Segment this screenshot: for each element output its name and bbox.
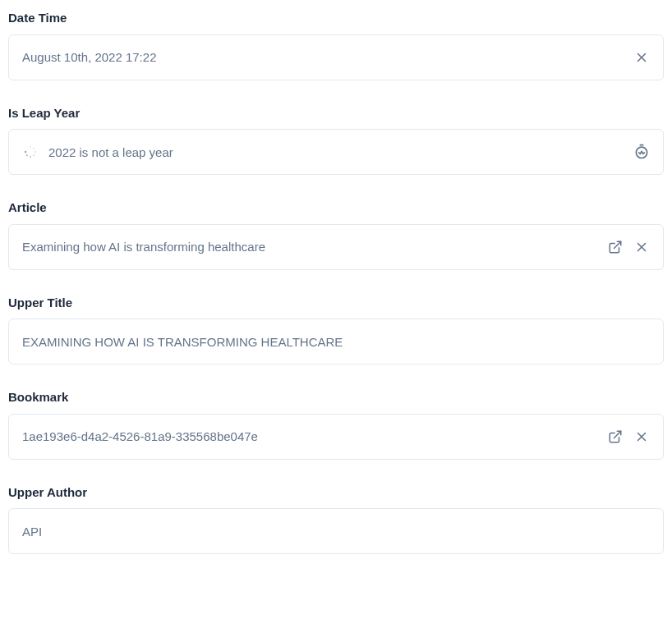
upper-author-box[interactable]: API xyxy=(8,508,664,554)
svg-point-8 xyxy=(25,151,26,153)
close-icon[interactable] xyxy=(633,429,650,445)
svg-point-4 xyxy=(35,151,36,153)
upper-title-box[interactable]: EXAMINING HOW AI IS TRANSFORMING HEALTHC… xyxy=(8,319,664,364)
is-leap-year-box[interactable]: 2022 is not a leap year xyxy=(8,129,664,175)
svg-point-5 xyxy=(33,154,35,156)
upper-author-label: Upper Author xyxy=(8,484,664,501)
svg-line-14 xyxy=(614,431,621,438)
article-value: Examining how AI is transforming healthc… xyxy=(22,238,597,255)
field-article: Article Examining how AI is transforming… xyxy=(8,199,664,270)
date-time-box[interactable]: August 10th, 2022 17:22 xyxy=(8,34,664,80)
field-upper-author: Upper Author API xyxy=(8,484,664,555)
svg-point-3 xyxy=(33,148,35,149)
bookmark-value: 1ae193e6-d4a2-4526-81a9-335568be047e xyxy=(22,428,597,445)
bookmark-box[interactable]: 1ae193e6-d4a2-4526-81a9-335568be047e xyxy=(8,414,664,460)
close-icon[interactable] xyxy=(633,49,650,66)
svg-line-11 xyxy=(614,241,621,248)
is-leap-year-value: 2022 is not a leap year xyxy=(48,144,624,161)
upper-author-value: API xyxy=(22,523,650,540)
field-bookmark: Bookmark 1ae193e6-d4a2-4526-81a9-335568b… xyxy=(8,389,664,460)
upper-title-label: Upper Title xyxy=(8,295,664,311)
svg-point-6 xyxy=(30,156,31,158)
field-date-time: Date Time August 10th, 2022 17:22 xyxy=(8,10,664,80)
svg-point-2 xyxy=(30,146,31,148)
close-icon[interactable] xyxy=(633,239,650,255)
loading-spinner-icon xyxy=(22,144,39,160)
external-link-icon[interactable] xyxy=(607,429,624,445)
article-box[interactable]: Examining how AI is transforming healthc… xyxy=(8,224,664,270)
date-time-label: Date Time xyxy=(8,10,664,26)
bookmark-label: Bookmark xyxy=(8,389,664,406)
upper-title-value: EXAMINING HOW AI IS TRANSFORMING HEALTHC… xyxy=(22,333,650,351)
field-is-leap-year: Is Leap Year 2022 is not a leap year xyxy=(8,105,664,176)
article-label: Article xyxy=(8,199,664,216)
stopwatch-activity-icon[interactable] xyxy=(633,144,650,160)
field-upper-title: Upper Title EXAMINING HOW AI IS TRANSFOR… xyxy=(8,295,664,365)
svg-point-7 xyxy=(26,154,28,156)
date-time-value: August 10th, 2022 17:22 xyxy=(22,48,624,66)
external-link-icon[interactable] xyxy=(607,239,624,255)
is-leap-year-label: Is Leap Year xyxy=(8,105,664,121)
